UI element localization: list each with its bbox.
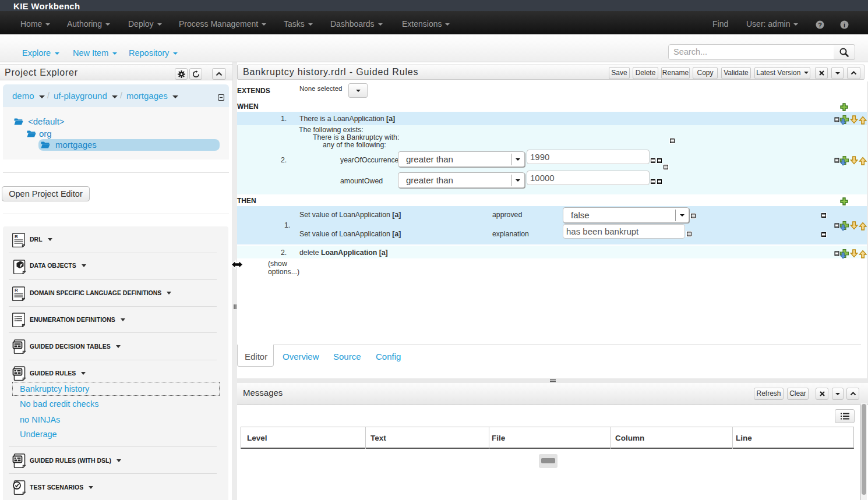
svg-text:i: i <box>844 22 845 29</box>
svg-text:R: R <box>15 234 18 239</box>
svg-text:R: R <box>15 288 18 293</box>
svg-text:?: ? <box>818 22 822 29</box>
